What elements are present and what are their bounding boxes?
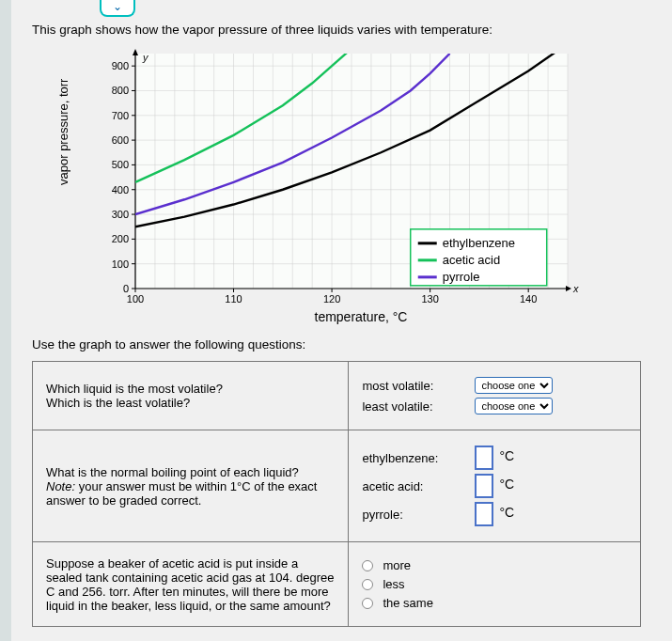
q2-row1-label: acetic acid: (362, 479, 456, 493)
svg-text:400: 400 (112, 184, 129, 195)
chart-svg: 0100200300400500600700800900100110120130… (60, 44, 605, 307)
q2-answer-cell: ethylbenzene: °C acetic acid: °C pyrrole… (349, 430, 641, 542)
svg-text:x: x (572, 283, 579, 294)
input-pyrrole-bp[interactable] (475, 502, 493, 526)
svg-text:acetic acid: acetic acid (443, 253, 500, 267)
select-most-volatile[interactable]: choose one (475, 377, 553, 394)
svg-text:140: 140 (520, 293, 537, 305)
svg-text:130: 130 (421, 293, 438, 305)
question-table: Which liquid is the most volatile? Which… (32, 361, 641, 627)
svg-text:800: 800 (112, 85, 129, 96)
svg-text:700: 700 (112, 110, 129, 121)
svg-text:110: 110 (225, 293, 242, 305)
q2-row1-unit: °C (499, 477, 514, 492)
q2-prompt-main: What is the normal boiling point of each… (46, 465, 335, 479)
svg-text:300: 300 (112, 209, 129, 220)
svg-marker-36 (133, 49, 138, 55)
svg-text:500: 500 (112, 159, 129, 170)
intro-text: This graph shows how the vapor pressure … (32, 23, 663, 37)
expand-tab[interactable]: ⌄ (100, 0, 135, 17)
svg-text:120: 120 (323, 293, 340, 305)
q3-opt1: less (383, 577, 404, 591)
q3-opt0: more (383, 558, 411, 572)
q2-note: your answer must be within 1°C of the ex… (46, 479, 317, 508)
svg-text:100: 100 (112, 258, 129, 270)
svg-text:pyrrole: pyrrole (443, 270, 480, 284)
q3-opt2: the same (383, 596, 432, 610)
svg-text:ethylbenzene: ethylbenzene (443, 236, 515, 250)
q1-label-least: least volatile: (362, 399, 456, 414)
y-axis-label: vapor pressure, torr (56, 79, 70, 185)
q2-note-prefix: Note: (46, 479, 75, 493)
svg-text:200: 200 (112, 233, 129, 244)
select-least-volatile[interactable]: choose one (475, 398, 553, 414)
q1-prompt-a: Which liquid is the most volatile? (46, 382, 335, 396)
svg-text:100: 100 (127, 293, 144, 305)
q2-row0-label: ethylbenzene: (362, 451, 456, 465)
q2-row2-label: pyrrole: (362, 508, 456, 522)
chart-container: vapor pressure, torr 0100200300400500600… (60, 44, 605, 326)
svg-text:900: 900 (112, 60, 129, 71)
chevron-down-icon: ⌄ (113, 0, 122, 13)
radio-more[interactable] (362, 560, 373, 571)
q1-answer-cell: most volatile: choose one least volatile… (349, 362, 641, 430)
q1-label-most: most volatile: (362, 379, 456, 393)
q3-answer-cell: more less the same (349, 542, 641, 627)
main-content: This graph shows how the vapor pressure … (11, 0, 672, 627)
svg-text:600: 600 (112, 134, 129, 146)
q2-row2-unit: °C (499, 505, 514, 520)
q2-prompt-cell: What is the normal boiling point of each… (33, 430, 349, 542)
radio-less[interactable] (362, 579, 373, 590)
instruction-text: Use the graph to answer the following qu… (32, 337, 663, 352)
q1-prompt-cell: Which liquid is the most volatile? Which… (33, 362, 349, 430)
svg-marker-37 (566, 286, 571, 291)
q1-prompt-b: Which is the least volatile? (46, 396, 335, 410)
q3-prompt-cell: Suppose a beaker of acetic acid is put i… (33, 542, 349, 627)
q3-prompt: Suppose a beaker of acetic acid is put i… (46, 556, 335, 613)
input-aceticacid-bp[interactable] (475, 474, 493, 498)
radio-same[interactable] (362, 598, 373, 609)
x-axis-label: temperature, °C (117, 309, 605, 324)
q2-row0-unit: °C (499, 448, 514, 463)
input-ethylbenzene-bp[interactable] (475, 446, 493, 470)
